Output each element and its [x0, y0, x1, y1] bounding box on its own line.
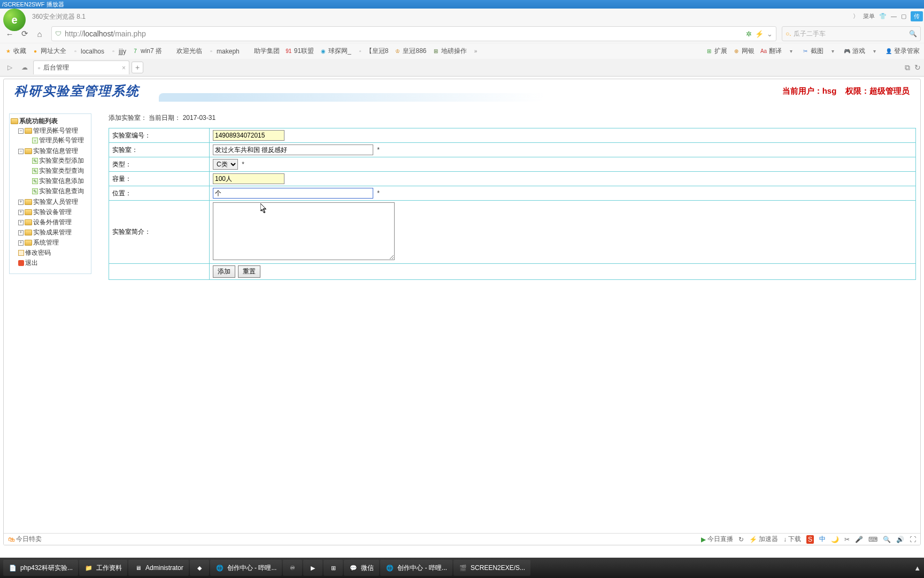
status-expand-icon[interactable]: ⛶ [910, 536, 916, 543]
reset-button[interactable]: 重置 [238, 265, 260, 278]
bookmark-item[interactable]: 助学集团 [245, 47, 280, 56]
nav-home-button[interactable]: ⌂ [33, 27, 46, 40]
tree-branch[interactable]: − 实验室信息管理 [18, 147, 90, 156]
url-dropdown-icon[interactable]: ⌄ [767, 30, 773, 38]
status-moon-icon[interactable]: 🌙 [831, 536, 839, 543]
toggle-icon[interactable]: − [18, 149, 24, 154]
url-flash-icon[interactable]: ⚡ [755, 30, 764, 38]
bookmark-tool[interactable]: ⊞扩展 [705, 47, 727, 56]
tree-leaf[interactable]: ✎ 实验室类型添加 [26, 156, 90, 165]
tree-branch[interactable]: + 实验设备管理 [18, 208, 90, 217]
tree-leaf[interactable]: ✎ 实验室类型查询 [26, 166, 90, 176]
bookmark-item[interactable]: ▫jjjy [110, 48, 126, 55]
status-accelerator[interactable]: ⚡加速器 [749, 535, 778, 544]
bookmark-item[interactable]: 9191联盟 [285, 47, 314, 56]
search-icon[interactable]: 🔍 [909, 30, 917, 37]
tab-active[interactable]: ▫ 后台管理 × [33, 60, 129, 74]
input-capacity[interactable] [213, 173, 284, 184]
bookmark-tool[interactable]: ▾ [829, 47, 838, 56]
top-menu-min-icon[interactable]: — [891, 13, 897, 19]
top-menu-icon[interactable]: 〉 [853, 12, 859, 20]
tabs-restore-icon[interactable]: ↻ [914, 63, 921, 72]
tree-leaf[interactable]: ▫ 管理员帐号管理 [26, 136, 90, 145]
status-cut-icon[interactable]: ✂ [844, 536, 850, 543]
toggle-icon[interactable]: − [18, 128, 24, 134]
bookmark-tool-icon: Aa [760, 48, 767, 55]
status-vol-icon[interactable]: 🔊 [896, 536, 904, 543]
status-mic-icon[interactable]: 🎤 [855, 536, 863, 543]
bookmark-item[interactable]: 欢迎光临 [167, 47, 202, 56]
input-lab-name[interactable] [213, 144, 373, 155]
submit-button[interactable]: 添加 [213, 265, 235, 278]
top-menu-label[interactable]: 菜单 [863, 12, 875, 20]
bookmark-item[interactable]: ◉球探网_ [319, 47, 351, 56]
bookmark-item[interactable]: ★收藏 [4, 47, 26, 56]
tree-branch[interactable]: − 管理员帐号管理 [18, 126, 90, 135]
bookmark-label: 收藏 [13, 47, 26, 56]
bookmark-tool[interactable]: Aa翻译 [760, 47, 782, 56]
url-bar[interactable]: 🛡 http://localhost/main.php ✲ ⚡ ⌄ [51, 26, 776, 41]
bookmark-item[interactable]: ▫makeph [207, 48, 240, 55]
toggle-icon[interactable]: + [18, 200, 24, 205]
bookmark-tool[interactable]: 👤登录管家 [885, 47, 920, 56]
tab-play-icon[interactable]: ▷ [3, 61, 16, 74]
tree-leaf[interactable]: 退出 [18, 258, 90, 268]
bookmark-tool[interactable]: 🎮游戏 [843, 47, 865, 56]
tab-close-icon[interactable]: × [122, 64, 126, 72]
status-keyboard-icon[interactable]: ⌨ [868, 536, 877, 543]
bookmark-item[interactable]: ⊞地磅操作 [432, 47, 467, 56]
bookmark-tool[interactable]: ✂截图 [802, 47, 823, 56]
bookmark-tool[interactable]: ⊕网银 [733, 47, 754, 56]
bookmark-item[interactable]: ▫【皇冠8 [357, 47, 389, 56]
tree-branch[interactable]: + 系统管理 [18, 238, 90, 247]
tree-root[interactable]: 系统功能列表 [11, 117, 90, 126]
browser-statusbar: 🛍 今日特卖 ▶今日直播 ↻ ⚡加速器 ↓下载 S 中 🌙 ✂ 🎤 ⌨ 🔍 🔊 … [4, 533, 920, 545]
window-title: /SCREEN2SWF 播放器 [2, 1, 64, 7]
tree-branch[interactable]: + 实验室人员管理 [18, 197, 90, 207]
top-menu-max-icon[interactable]: ▢ [901, 13, 906, 20]
select-type[interactable]: C类 [213, 159, 238, 170]
input-location[interactable] [213, 188, 373, 199]
status-refresh-icon[interactable]: ↻ [738, 536, 744, 543]
bookmark-icon: 7 [132, 48, 139, 55]
tree-branch[interactable]: + 实验成果管理 [18, 228, 90, 237]
search-bar[interactable]: ○. 瓜子二手车 🔍 [782, 26, 921, 41]
textarea-desc[interactable] [213, 202, 395, 260]
label-lab-name: 实验室： [109, 143, 210, 157]
bookmark-label: 网址大全 [41, 47, 66, 56]
bookmark-item[interactable]: 7win7 搭 [132, 47, 162, 56]
tab-add-button[interactable]: + [132, 62, 143, 73]
status-ime2-icon[interactable]: 中 [819, 535, 826, 544]
bookmark-item[interactable]: ▫localhos [72, 48, 104, 55]
tree-leaf[interactable]: ✎ 实验室信息添加 [26, 177, 90, 186]
browser-name: 360安全浏览器 8.1 [32, 12, 86, 21]
url-spinner-icon: ✲ [746, 30, 752, 38]
tree-leaf[interactable]: ✎ 实验室信息查询 [26, 187, 90, 196]
toggle-icon[interactable]: + [18, 210, 24, 215]
form-heading: 添加实验室： 当前日期： 2017-03-31 [109, 113, 916, 123]
status-zoom-icon[interactable]: 🔍 [883, 536, 891, 543]
toggle-icon[interactable]: + [18, 220, 24, 225]
bookmark-tool[interactable]: ▾ [787, 47, 796, 56]
status-download[interactable]: ↓下载 [783, 535, 801, 544]
input-lab-id[interactable] [213, 130, 284, 141]
folder-icon [25, 199, 32, 205]
bookmark-item[interactable]: ●网址大全 [32, 47, 66, 56]
bookmark-item[interactable]: ♔皇冠886 [394, 47, 426, 56]
bookmark-icon: ▫ [357, 48, 364, 55]
bookmark-tool[interactable]: ▾ [871, 47, 880, 56]
ext-badge[interactable]: 传 [911, 11, 923, 21]
tabs-overview-icon[interactable]: ⧉ [905, 63, 910, 72]
required-mark: * [377, 189, 380, 197]
tree-branch[interactable]: + 设备外借管理 [18, 218, 90, 227]
toggle-icon[interactable]: + [18, 240, 24, 246]
toggle-icon[interactable]: + [18, 230, 24, 235]
bookmark-item[interactable]: » [472, 48, 481, 55]
tab-cloud-icon[interactable]: ☁ [18, 61, 31, 74]
status-left[interactable]: 🛍 今日特卖 [8, 535, 42, 544]
ime-icon[interactable]: S [806, 535, 814, 544]
top-menu-hide-icon[interactable]: 👕 [879, 13, 887, 20]
search-engine-icon[interactable]: ○. [786, 30, 791, 37]
status-live[interactable]: ▶今日直播 [701, 535, 733, 544]
tree-leaf[interactable]: 修改密码 [18, 248, 90, 257]
